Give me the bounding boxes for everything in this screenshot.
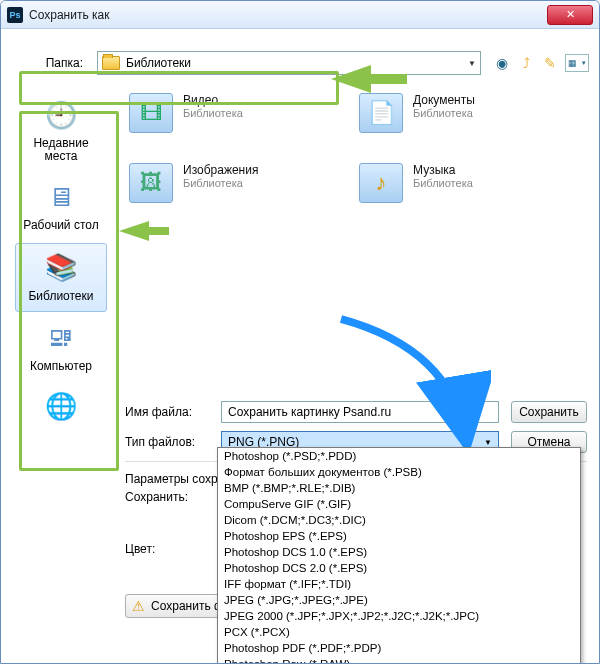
chevron-down-icon: ▼ <box>468 59 476 68</box>
library-video[interactable]: 🎞 Видео Библиотека <box>129 93 319 133</box>
folder-icon <box>102 56 120 70</box>
library-music-sub: Библиотека <box>413 177 473 189</box>
newfolder-icon[interactable]: ✎ <box>541 54 559 72</box>
filetype-option[interactable]: IFF формат (*.IFF;*.TDI) <box>218 576 580 592</box>
images-icon: 🖼 <box>129 163 173 203</box>
place-libraries[interactable]: 📚 Библиотеки <box>15 243 107 312</box>
filetype-option[interactable]: Photoshop Raw (*.RAW) <box>218 656 580 664</box>
close-button[interactable]: ✕ <box>547 5 593 25</box>
filetype-option[interactable]: Dicom (*.DCM;*.DC3;*.DIC) <box>218 512 580 528</box>
filetype-option[interactable]: Формат больших документов (*.PSB) <box>218 464 580 480</box>
library-docs[interactable]: 📄 Документы Библиотека <box>359 93 549 133</box>
folder-row: Папка: Библиотеки ▼ ◉ ⤴ ✎ ▦ <box>11 51 589 75</box>
library-video-sub: Библиотека <box>183 107 243 119</box>
warning-icon: ⚠ <box>132 598 145 614</box>
nav-icons: ◉ ⤴ ✎ ▦ <box>487 54 589 72</box>
app-icon: Ps <box>7 7 23 23</box>
filename-input[interactable] <box>221 401 499 423</box>
filetype-option[interactable]: BMP (*.BMP;*.RLE;*.DIB) <box>218 480 580 496</box>
filetype-option[interactable]: JPEG 2000 (*.JPF;*.JPX;*.JP2;*.J2C;*.J2K… <box>218 608 580 624</box>
filetype-option[interactable]: Photoshop PDF (*.PDF;*.PDP) <box>218 640 580 656</box>
places-bar: 🕘 Недавние места 🖥 Рабочий стол 📚 Библио… <box>11 85 111 437</box>
computer-icon: 🖳 <box>40 320 82 356</box>
folder-content: 🎞 Видео Библиотека 📄 Документы Библиотек… <box>111 85 589 437</box>
annotation-arrow-top <box>331 65 371 93</box>
chevron-down-icon: ▼ <box>484 438 492 447</box>
recent-icon: 🕘 <box>40 97 82 133</box>
music-icon: ♪ <box>359 163 403 203</box>
library-docs-sub: Библиотека <box>413 107 475 119</box>
library-video-name: Видео <box>183 93 243 107</box>
window-title: Сохранить как <box>29 8 547 22</box>
library-images-name: Изображения <box>183 163 258 177</box>
save-button[interactable]: Сохранить <box>511 401 587 423</box>
titlebar[interactable]: Ps Сохранить как ✕ <box>1 1 599 29</box>
place-desktop[interactable]: 🖥 Рабочий стол <box>15 173 107 240</box>
filetype-option[interactable]: Photoshop DCS 2.0 (*.EPS) <box>218 560 580 576</box>
library-music-name: Музыка <box>413 163 473 177</box>
filetype-option[interactable]: Photoshop (*.PSD;*.PDD) <box>218 448 580 464</box>
filetype-label: Тип файлов: <box>125 435 209 449</box>
place-network[interactable]: 🌐 <box>15 383 107 437</box>
up-icon[interactable]: ⤴ <box>517 54 535 72</box>
library-music[interactable]: ♪ Музыка Библиотека <box>359 163 549 203</box>
network-icon: 🌐 <box>40 389 82 425</box>
filetype-dropdown[interactable]: Photoshop (*.PSD;*.PDD)Формат больших до… <box>217 447 581 664</box>
filetype-option[interactable]: Photoshop DCS 1.0 (*.EPS) <box>218 544 580 560</box>
filetype-option[interactable]: JPEG (*.JPG;*.JPEG;*.JPE) <box>218 592 580 608</box>
place-recent-label: Недавние места <box>17 137 105 163</box>
place-computer-label: Компьютер <box>17 360 105 373</box>
back-icon[interactable]: ◉ <box>493 54 511 72</box>
place-computer[interactable]: 🖳 Компьютер <box>15 314 107 381</box>
libraries-icon: 📚 <box>40 250 82 286</box>
filename-label: Имя файла: <box>125 405 209 419</box>
save-as-dialog: Ps Сохранить как ✕ Папка: Библиотеки ▼ ◉… <box>0 0 600 664</box>
library-images-sub: Библиотека <box>183 177 258 189</box>
place-desktop-label: Рабочий стол <box>17 219 105 232</box>
folder-combo[interactable]: Библиотеки ▼ <box>97 51 481 75</box>
views-button[interactable]: ▦ <box>565 54 589 72</box>
filetype-option[interactable]: CompuServe GIF (*.GIF) <box>218 496 580 512</box>
video-icon: 🎞 <box>129 93 173 133</box>
library-docs-name: Документы <box>413 93 475 107</box>
folder-label: Папка: <box>11 56 91 70</box>
folder-value: Библиотеки <box>126 56 191 70</box>
filetype-option[interactable]: Photoshop EPS (*.EPS) <box>218 528 580 544</box>
annotation-arrow-side <box>119 221 149 241</box>
documents-icon: 📄 <box>359 93 403 133</box>
filetype-option[interactable]: PCX (*.PCX) <box>218 624 580 640</box>
place-recent[interactable]: 🕘 Недавние места <box>15 91 107 171</box>
library-images[interactable]: 🖼 Изображения Библиотека <box>129 163 319 203</box>
place-libraries-label: Библиотеки <box>18 290 104 303</box>
desktop-icon: 🖥 <box>40 179 82 215</box>
